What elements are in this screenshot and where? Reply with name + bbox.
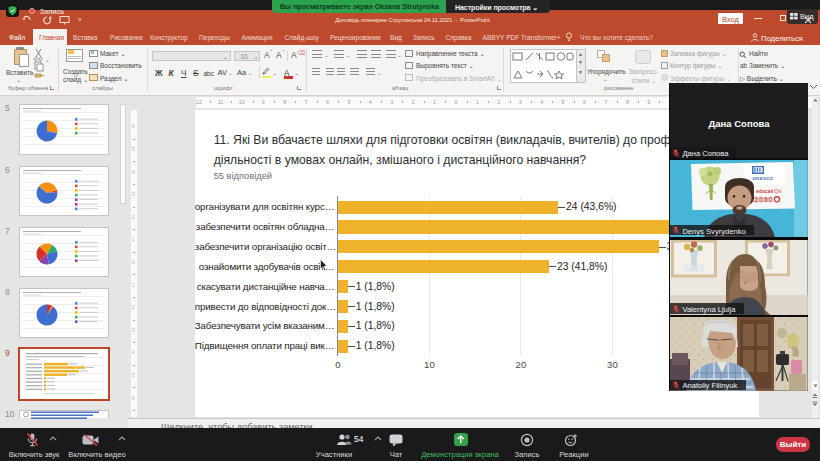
svg-text:2030: 2030 — [754, 195, 773, 204]
svg-text:educati: educati — [756, 188, 774, 194]
svg-text:unesco: unesco — [753, 175, 774, 181]
svg-text:n: n — [779, 188, 782, 194]
